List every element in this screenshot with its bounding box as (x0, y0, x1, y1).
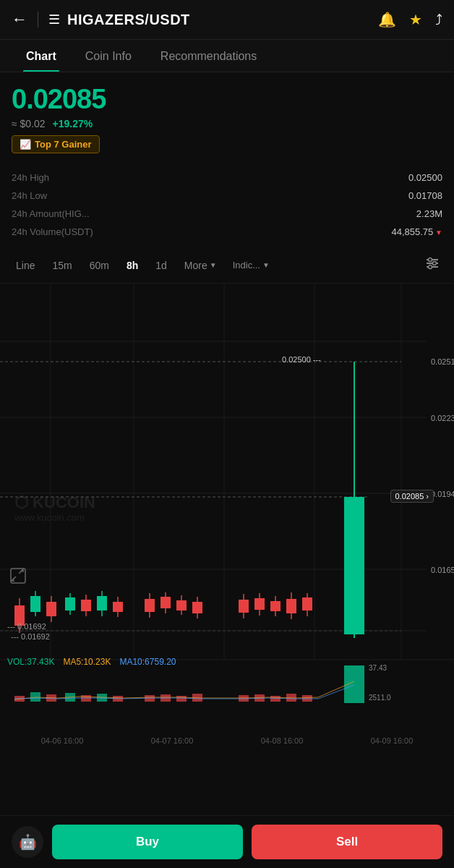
svg-text:2511.0: 2511.0 (369, 694, 391, 702)
price-usd: ≈ $0.02 (12, 118, 46, 129)
stat-label-amount: 24h Amount(HIG... (12, 205, 391, 222)
svg-point-3 (429, 258, 432, 262)
ma10-label: MA10:6759.20 (119, 657, 176, 667)
stat-label-high: 24h High (12, 169, 391, 186)
svg-rect-61 (286, 599, 296, 613)
chart-settings-button[interactable] (419, 253, 445, 277)
svg-line-96 (12, 576, 16, 581)
low-price-label: --- 0.01692 (7, 622, 46, 631)
svg-text:0.0165: 0.0165 (431, 566, 454, 574)
favorite-icon[interactable]: ★ (409, 11, 422, 28)
svg-rect-31 (81, 600, 91, 611)
bottom-bar: 🤖 Buy Sell (0, 815, 454, 868)
timeframe-15m[interactable]: 15m (45, 255, 79, 276)
svg-rect-22 (30, 596, 40, 612)
stat-value-low: 0.01708 (391, 187, 442, 204)
header-icons: 🔔 ★ ⤴ (378, 11, 442, 28)
svg-text:--- 0.01692: --- 0.01692 (11, 632, 50, 641)
stats-grid: 24h High 0.02500 24h Low 0.01708 24h Amo… (0, 161, 454, 247)
high-price-label: 0.02500 --- (282, 355, 321, 364)
svg-rect-40 (145, 599, 155, 612)
svg-point-4 (433, 262, 437, 265)
timeframe-line[interactable]: Line (9, 255, 42, 276)
timeframe-8h[interactable]: 8h (119, 255, 145, 276)
back-button[interactable]: ← (12, 10, 27, 29)
svg-line-97 (19, 569, 23, 574)
share-icon[interactable]: ⤴ (435, 12, 442, 28)
timeframe-60m[interactable]: 60m (82, 255, 116, 276)
svg-rect-68 (344, 497, 364, 634)
stat-value-amount: 2.23M (391, 205, 442, 222)
svg-rect-64 (302, 597, 312, 610)
expand-button[interactable] (10, 568, 26, 587)
svg-rect-55 (254, 598, 265, 610)
svg-rect-25 (46, 602, 56, 616)
sell-button[interactable]: Sell (252, 825, 442, 859)
header-divider (38, 12, 38, 27)
gainer-badge[interactable]: 📈 Top 7 Gainer (12, 135, 100, 153)
svg-rect-49 (192, 602, 202, 613)
timeframe-1d[interactable]: 1d (148, 255, 174, 276)
stat-value-volume: 44,855.75 (391, 224, 442, 240)
price-sub-row: ≈ $0.02 +19.27% (12, 118, 442, 129)
vol-label: VOL:37.43K (7, 657, 54, 667)
current-price-label: 0.02085 › (390, 490, 434, 503)
svg-text:37.43: 37.43 (369, 664, 387, 672)
price-section: 0.02085 ≈ $0.02 +19.27% 📈 Top 7 Gainer (0, 72, 454, 161)
pair-title: HIGAZERS/USDT (67, 12, 371, 28)
chevron-down-icon: ▼ (210, 261, 217, 269)
x-axis: 04-06 16:00 04-07 16:00 04-08 16:00 04-0… (0, 732, 454, 749)
ma5-label: MA5:10.23K (63, 657, 111, 667)
indicators-button[interactable]: Indic... ▼ (227, 255, 275, 275)
tab-recommendations[interactable]: Recommendations (146, 40, 271, 72)
svg-text:0.0251: 0.0251 (431, 357, 454, 366)
svg-rect-58 (270, 601, 280, 611)
svg-text:0.0194: 0.0194 (431, 490, 454, 498)
more-button[interactable]: More ▼ (177, 255, 224, 276)
tab-bar: Chart Coin Info Recommendations (0, 40, 454, 72)
gainer-icon: 📈 (20, 139, 31, 150)
svg-rect-34 (97, 596, 107, 610)
vol-indicators: VOL:37.43K MA5:10.23K MA10:6759.20 (7, 657, 176, 667)
svg-rect-89 (270, 696, 280, 702)
svg-rect-28 (65, 597, 75, 610)
svg-rect-43 (160, 597, 171, 608)
svg-rect-85 (176, 696, 187, 702)
chart-area[interactable]: 0.0251 0.0223 0.0194 0.0165 --- 0.01692 … (0, 284, 454, 732)
stat-label-low: 24h Low (12, 187, 391, 204)
chart-controls: Line 15m 60m 8h 1d More ▼ Indic... ▼ (0, 247, 454, 284)
svg-rect-46 (176, 600, 187, 610)
svg-rect-77 (30, 692, 40, 702)
tab-coin-info[interactable]: Coin Info (71, 40, 146, 72)
tab-chart[interactable]: Chart (12, 40, 71, 72)
current-price: 0.02085 (12, 84, 442, 115)
buy-button[interactable]: Buy (52, 825, 243, 859)
stat-label-volume: 24h Volume(USDT) (12, 224, 391, 240)
price-change: +19.27% (53, 118, 93, 129)
header: ← ☰ HIGAZERS/USDT 🔔 ★ ⤴ (0, 0, 454, 40)
svg-point-5 (429, 265, 432, 269)
stat-value-high: 0.02500 (391, 169, 442, 186)
bot-button[interactable]: 🤖 (12, 826, 43, 858)
notification-icon[interactable]: 🔔 (378, 11, 396, 28)
chevron-down-icon-2: ▼ (262, 261, 270, 269)
menu-icon[interactable]: ☰ (48, 12, 60, 27)
watermark: ⬡ KUCOIN www.kucoin.com (14, 493, 95, 523)
svg-rect-37 (113, 602, 123, 612)
svg-text:0.0223: 0.0223 (431, 414, 454, 422)
svg-rect-52 (239, 600, 249, 613)
